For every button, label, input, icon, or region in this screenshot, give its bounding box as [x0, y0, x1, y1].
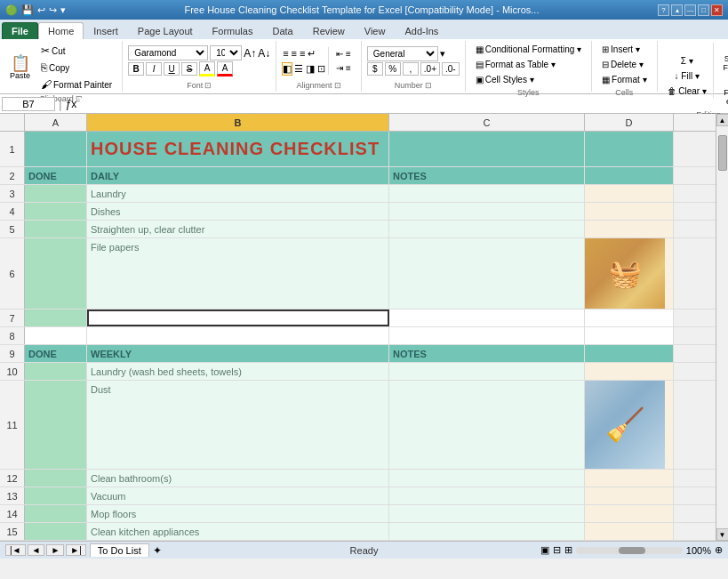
cell-c11[interactable] [389, 381, 585, 469]
number-expand-icon[interactable]: ⊡ [425, 81, 432, 90]
view-layout-icon[interactable]: ⊟ [553, 544, 561, 556]
cell-b2[interactable]: DAILY [87, 167, 389, 184]
align-left-button[interactable]: ◧ [282, 62, 292, 76]
cell-a13[interactable] [25, 487, 87, 504]
decrease-font-icon[interactable]: A↓ [258, 47, 270, 60]
cell-a5[interactable] [25, 221, 87, 237]
cell-d11[interactable]: 🧹 [585, 381, 674, 469]
decimal-decrease-button[interactable]: .0- [442, 62, 460, 76]
merge-center-button[interactable]: ⊡ [316, 62, 326, 76]
insert-sheet-icon[interactable]: ✦ [153, 544, 162, 557]
decimal-increase-button[interactable]: .0+ [420, 62, 440, 76]
cell-b14[interactable]: Mop floors [87, 505, 389, 522]
wrap-text-button[interactable]: ↵ [307, 47, 316, 60]
cell-a12[interactable] [25, 470, 87, 487]
quick-access-redo[interactable]: ↪ [49, 4, 57, 16]
col-header-b[interactable]: B [87, 114, 389, 131]
cell-c10[interactable] [389, 363, 585, 380]
tab-insert[interactable]: Insert [84, 22, 128, 39]
align-top-center-button[interactable]: ≡ [291, 47, 298, 60]
tab-formulas[interactable]: Formulas [203, 22, 263, 39]
cell-d14[interactable] [585, 505, 674, 522]
cell-b11[interactable]: Dust [87, 381, 389, 469]
cell-c7[interactable] [389, 310, 585, 326]
tab-page-layout[interactable]: Page Layout [128, 22, 203, 39]
cell-d3[interactable] [585, 185, 674, 202]
cell-b13[interactable]: Vacuum [87, 487, 389, 504]
cell-d4[interactable] [585, 203, 674, 220]
close-btn[interactable]: ✕ [711, 4, 723, 16]
help-btn[interactable]: ? [658, 4, 669, 16]
scroll-down-arrow[interactable]: ▼ [716, 528, 729, 541]
tab-addins[interactable]: Add-Ins [395, 22, 448, 39]
function-icon[interactable]: ƒx [66, 98, 77, 110]
col-header-a[interactable]: A [25, 114, 87, 131]
cell-c12[interactable] [389, 470, 585, 487]
cell-c4[interactable] [389, 203, 585, 220]
tab-data[interactable]: Data [262, 22, 302, 39]
font-expand-icon[interactable]: ⊡ [204, 81, 212, 90]
ribbon-btn[interactable]: ▴ [671, 4, 683, 16]
cell-d10[interactable] [585, 363, 674, 380]
cell-a1[interactable] [25, 132, 87, 166]
cell-b12[interactable]: Clean bathroom(s) [87, 470, 389, 487]
font-size-select[interactable]: 10 [210, 45, 242, 60]
cell-b15[interactable]: Clean kitchen appliances [87, 523, 389, 540]
cell-d9[interactable] [585, 345, 674, 362]
number-format-expand-icon[interactable]: ▾ [440, 48, 445, 60]
cell-d15[interactable] [585, 523, 674, 540]
cell-c15[interactable] [389, 523, 585, 540]
cell-b9[interactable]: WEEKLY [87, 345, 389, 362]
increase-font-icon[interactable]: A↑ [244, 47, 256, 60]
sheet-prev-button[interactable]: ◄ [28, 544, 45, 556]
fill-color-button[interactable]: A [199, 61, 215, 76]
cell-c5[interactable] [389, 221, 585, 237]
cell-c9[interactable]: NOTES [389, 345, 585, 362]
autosum-button[interactable]: Σ ▾ [676, 54, 698, 68]
underline-button[interactable]: U [164, 62, 180, 76]
cell-d13[interactable] [585, 487, 674, 504]
currency-button[interactable]: $ [367, 62, 383, 76]
view-break-icon[interactable]: ⊞ [564, 544, 572, 556]
zoom-thumb[interactable] [619, 547, 645, 554]
percent-button[interactable]: % [385, 62, 401, 76]
cell-a4[interactable] [25, 203, 87, 220]
formula-input[interactable] [80, 98, 726, 110]
cell-c13[interactable] [389, 487, 585, 504]
strikethrough-button[interactable]: S [181, 62, 197, 76]
conditional-formatting-button[interactable]: ▦ Conditional Formatting ▾ [471, 43, 586, 56]
align-top-left-button[interactable]: ≡ [282, 47, 289, 60]
font-color-button[interactable]: A [217, 61, 233, 76]
cell-a7[interactable] [25, 310, 87, 326]
font-family-select[interactable]: Garamond [128, 45, 208, 60]
align-top-right-button[interactable]: ≡ [299, 47, 306, 60]
col-header-c[interactable]: C [389, 114, 585, 131]
sheet-next-button[interactable]: ► [46, 544, 64, 556]
cell-a6[interactable] [25, 238, 87, 309]
scroll-handle[interactable] [718, 135, 727, 171]
cell-d8[interactable] [585, 327, 674, 344]
cell-b1[interactable]: HOUSE CLEANING CHECKLIST [87, 132, 389, 166]
cell-b4[interactable]: Dishes [87, 203, 389, 220]
cell-d1[interactable] [585, 132, 674, 166]
delete-cells-button[interactable]: ⊟ Delete ▾ [597, 58, 651, 71]
tab-review[interactable]: Review [303, 22, 355, 39]
col-header-d[interactable]: D [585, 114, 674, 131]
sheet-last-button[interactable]: ►| [66, 544, 86, 556]
cell-d2[interactable] [585, 167, 674, 184]
cell-c6[interactable] [389, 238, 585, 309]
sheet-tab-to-do-list[interactable]: To Do List [90, 543, 149, 557]
cell-c2[interactable]: NOTES [389, 167, 585, 184]
sort-filter-button[interactable]: ⇅ Sort & Filter ▾ [716, 43, 728, 75]
cell-b7[interactable] [87, 310, 389, 326]
indent-decrease-button[interactable]: ⇤ ≡ [332, 47, 356, 60]
cell-b5[interactable]: Straighten up, clear clutter [87, 221, 389, 237]
cell-a9[interactable]: DONE [25, 345, 87, 362]
cell-b8[interactable] [87, 327, 389, 344]
cell-d7[interactable] [585, 310, 674, 326]
cell-c3[interactable] [389, 185, 585, 202]
tab-home[interactable]: Home [38, 22, 84, 39]
zoom-slider[interactable] [576, 547, 683, 554]
italic-button[interactable]: I [146, 62, 162, 76]
scroll-up-arrow[interactable]: ▲ [716, 114, 729, 126]
